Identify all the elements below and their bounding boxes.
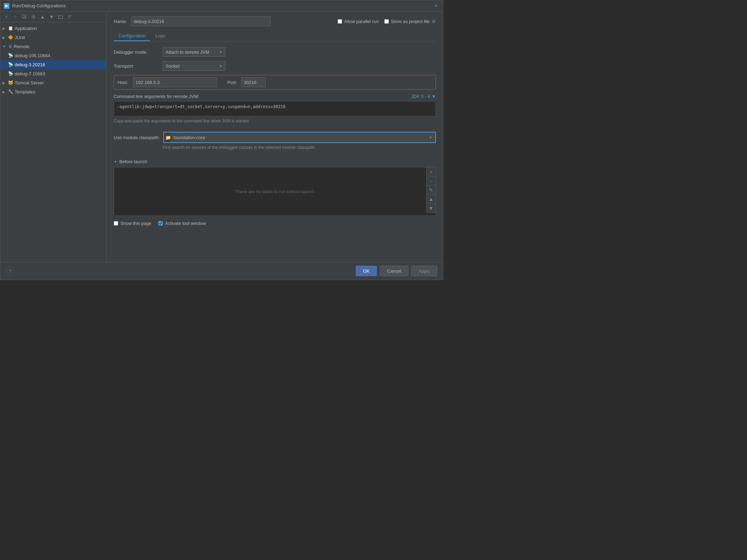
svg-rect-1 (22, 15, 25, 17)
remote-icon: 🖥 (8, 44, 12, 49)
chevron-tomcat: ▶ (2, 81, 7, 85)
command-line-section: Command line arguments for remote JVM: J… (114, 94, 436, 128)
allow-parallel-checkbox[interactable] (338, 19, 342, 24)
jdk-link[interactable]: JDK 5 - 8 ▼ (411, 94, 436, 99)
transport-select[interactable]: Socket (163, 61, 225, 71)
name-label: Name: (114, 19, 127, 24)
module-select[interactable]: foundation-core (171, 133, 435, 142)
show-page-label: Show this page (120, 221, 151, 226)
sort-button[interactable] (66, 13, 74, 21)
tree-item-debug-7[interactable]: 📡 debug-7.10663 (0, 69, 106, 78)
module-select-container: 📁 foundation-core ▼ (163, 132, 436, 143)
debug7-icon: 📡 (8, 71, 13, 76)
activate-window-checkbox-row: Activate tool window (158, 221, 206, 226)
settings-config-button[interactable] (30, 13, 37, 21)
config-tabs: Configuration Logs (114, 31, 436, 41)
templates-icon: 🔧 (8, 89, 13, 94)
module-classpath-label: Use module classpath: (114, 135, 160, 140)
right-panel: Name: Allow parallel run Store as projec… (107, 12, 443, 262)
store-project-checkbox[interactable] (384, 19, 389, 24)
show-page-checkbox[interactable] (114, 221, 118, 226)
cmd-box: -agentlib:jdwp=transport=dt_socket,serve… (114, 101, 436, 116)
debug3-label: debug-3.20216 (15, 62, 45, 67)
before-launch-edit-button[interactable]: ✎ (427, 186, 436, 195)
debug106-icon: 📡 (8, 53, 13, 58)
templates-label: Templates (15, 89, 35, 94)
tree-item-application[interactable]: ▶ 📋 Application (0, 24, 106, 33)
svg-point-3 (32, 15, 35, 18)
before-launch-add-button[interactable]: + (427, 167, 436, 176)
jdk-chevron-icon: ▼ (431, 94, 436, 99)
add-config-button[interactable]: + (2, 13, 10, 21)
name-options: Allow parallel run Store as project file… (338, 19, 436, 24)
dialog-icon: ▶ (4, 3, 9, 9)
host-port-row: Host: Port: (114, 75, 436, 90)
name-input[interactable] (131, 16, 271, 26)
remove-config-button[interactable]: − (12, 13, 19, 21)
debugger-mode-label: Debugger mode: (114, 50, 159, 55)
tab-configuration[interactable]: Configuration (114, 31, 150, 41)
tree-item-remote[interactable]: ▼ 🖥 Remote (0, 42, 106, 51)
apply-button[interactable]: Apply (411, 266, 437, 276)
copy-config-button[interactable] (21, 13, 28, 21)
store-project-label: Store as project file (391, 19, 430, 24)
junit-icon: 🔶 (8, 35, 13, 40)
tree-item-tomcat[interactable]: ▶ 🐱 Tomcat Server (0, 78, 106, 87)
config-tree: ▶ 📋 Application ▶ 🔶 JUnit ▼ 🖥 Remote (0, 22, 106, 262)
footer: ? OK Cancel Apply (0, 262, 443, 280)
dialog-title: Run/Debug Configurations (12, 3, 430, 8)
chevron-junit: ▶ (2, 36, 7, 39)
module-classpath-row: Use module classpath: 📁 foundation-core … (114, 132, 436, 143)
move-down-button[interactable]: ▼ (48, 13, 55, 21)
allow-parallel-label: Allow parallel run (344, 19, 379, 24)
transport-row: Transport: Socket ▼ (114, 61, 436, 71)
debug3-icon: 📡 (8, 62, 13, 67)
application-label: Application (15, 26, 37, 31)
left-panel: + − ▲ ▼ ▶ (0, 12, 107, 262)
ok-button[interactable]: OK (356, 266, 377, 276)
debugger-mode-select-container: Attach to remote JVM ▼ (163, 47, 225, 57)
activate-window-label: Activate tool window (165, 221, 206, 226)
cmd-label: Command line arguments for remote JVM: (114, 94, 199, 99)
tree-item-debug-106[interactable]: 📡 debug-106.10664 (0, 51, 106, 60)
close-button[interactable]: × (432, 2, 439, 9)
tab-logs[interactable]: Logs (150, 31, 170, 41)
host-input[interactable] (133, 77, 217, 87)
name-row: Name: Allow parallel run Store as projec… (114, 16, 436, 26)
before-launch-empty: There are no tasks to run before launch (114, 167, 436, 215)
before-launch-up-button[interactable]: ▲ (427, 195, 436, 204)
tree-item-junit[interactable]: ▶ 🔶 JUnit (0, 33, 106, 42)
debugger-mode-select[interactable]: Attach to remote JVM (163, 47, 225, 57)
tree-item-templates[interactable]: ▶ 🔧 Templates (0, 87, 106, 96)
store-project-checkbox-row: Store as project file ⚙ (384, 19, 436, 24)
activate-window-checkbox[interactable] (158, 221, 163, 226)
junit-label: JUnit (15, 35, 25, 40)
help-button[interactable]: ? (6, 267, 14, 275)
debug7-label: debug-7.10663 (15, 71, 45, 76)
title-bar: ▶ Run/Debug Configurations × (0, 0, 443, 12)
tree-item-debug-3[interactable]: 📡 debug-3.20216 (0, 60, 106, 69)
chevron-remote: ▼ (2, 45, 7, 48)
port-input[interactable] (241, 77, 266, 87)
before-launch-label: Before launch (119, 159, 147, 164)
move-up-button[interactable]: ▲ (39, 13, 46, 21)
before-launch-down-button[interactable]: ▼ (427, 204, 436, 213)
cancel-button[interactable]: Cancel (380, 266, 408, 276)
tomcat-icon: 🐱 (8, 80, 13, 85)
application-icon: 📋 (8, 26, 13, 31)
run-debug-configurations-dialog: ▶ Run/Debug Configurations × + − ▲ ▼ (0, 0, 443, 280)
host-label: Host: (118, 80, 130, 85)
transport-select-container: Socket ▼ (163, 61, 225, 71)
allow-parallel-checkbox-row: Allow parallel run (338, 19, 379, 24)
before-launch-remove-button[interactable]: − (427, 176, 436, 186)
before-launch-content: There are no tasks to run before launch … (114, 167, 436, 216)
transport-label: Transport: (114, 63, 159, 69)
debugger-mode-row: Debugger mode: Attach to remote JVM ▼ (114, 47, 436, 57)
module-folder-icon: 📁 (165, 135, 171, 140)
left-toolbar: + − ▲ ▼ (0, 12, 106, 22)
before-launch-section: ▼ Before launch There are no tasks to ru… (114, 159, 436, 216)
move-to-folder-button[interactable] (57, 13, 65, 21)
cmd-hint: Copy and paste the arguments to the comm… (114, 119, 436, 123)
before-launch-header[interactable]: ▼ Before launch (114, 159, 436, 164)
store-project-gear-icon[interactable]: ⚙ (432, 19, 436, 24)
